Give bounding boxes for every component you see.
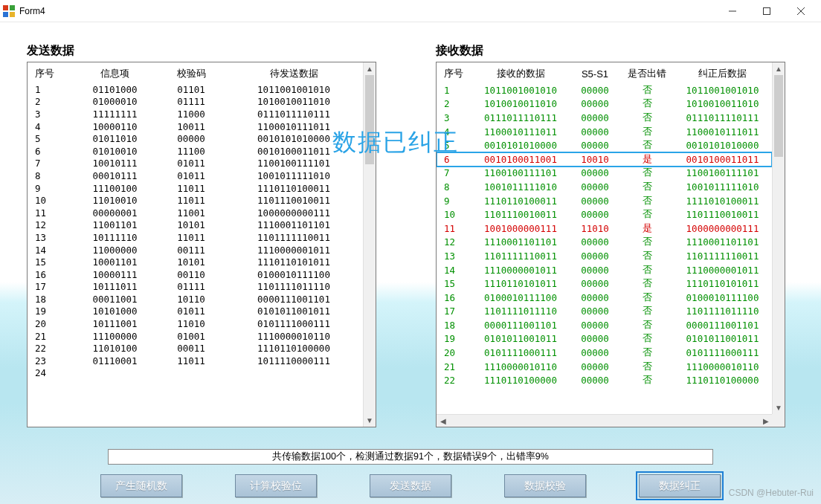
cell: 1101110010011: [225, 194, 363, 207]
table-row[interactable]: 710010111010111100100111101: [28, 158, 363, 170]
cell: 0000111001101: [673, 318, 772, 332]
cell: 00000: [569, 194, 621, 208]
cell: 1101111011110: [225, 281, 363, 294]
recv-panel-title: 接收数据: [436, 43, 785, 59]
recv-listbox[interactable]: 序号接收的数据S5-S1是否出错纠正后数据 110110010010100000…: [436, 62, 785, 427]
table-row[interactable]: 10110111001001100000否1101110010011: [437, 207, 772, 222]
scroll-right-icon[interactable]: ▶: [759, 415, 772, 427]
table-row[interactable]: 911100100110111110110100011: [28, 182, 363, 195]
table-row[interactable]: 1211001101101011110001101101: [28, 219, 363, 232]
table-row[interactable]: 2010111001110100101111000111: [28, 317, 363, 330]
table-row[interactable]: 2111100000010011110000010110: [28, 330, 363, 343]
send-vertical-scrollbar[interactable]: ▲ ▼: [363, 62, 376, 427]
scroll-up-icon[interactable]: ▲: [364, 62, 376, 75]
table-row[interactable]: 20010111100011100000否0101111000111: [437, 346, 772, 360]
cell: 0010101010000: [225, 132, 363, 145]
cell: 4: [28, 120, 72, 133]
table-row[interactable]: 22111011010000000000否1110110100000: [437, 373, 772, 387]
cell: 00000: [569, 332, 621, 346]
scroll-down-icon[interactable]: ▼: [773, 401, 785, 414]
cell: 11011: [158, 194, 225, 207]
cell: [225, 367, 363, 380]
scroll-up-icon[interactable]: ▲: [773, 62, 785, 75]
table-row[interactable]: 5001010101000000000否0010101010000: [437, 138, 772, 152]
table-row[interactable]: 2301110001110111011110000111: [28, 355, 363, 367]
send-listbox[interactable]: 序号信息项校验码待发送数据 10110100001101101100100101…: [27, 62, 376, 427]
scroll-left-icon[interactable]: ◀: [437, 415, 449, 427]
cell: 10010111: [72, 158, 158, 170]
table-row[interactable]: 800010111010111001011111010: [28, 169, 363, 182]
table-row[interactable]: 24: [28, 367, 363, 380]
table-row[interactable]: 1710111011011111101111011110: [28, 281, 363, 294]
scroll-down-icon[interactable]: ▼: [364, 414, 376, 427]
cell: 00000: [569, 318, 621, 332]
table-row[interactable]: 14111000000101100000否1110000001011: [437, 263, 772, 277]
table-row[interactable]: 15111011010101100000否1110110101011: [437, 277, 772, 291]
scrollbar-thumb[interactable]: [365, 75, 374, 164]
table-row[interactable]: 1101100100101000000否1011001001010: [437, 83, 772, 97]
table-row[interactable]: 7110010011110100000否1100100111101: [437, 167, 772, 181]
cell: 1000000000111: [673, 222, 772, 236]
table-row[interactable]: 2101001001101000000否1010010011010: [437, 97, 772, 112]
calc-check-button[interactable]: 计算校验位: [235, 474, 317, 497]
table-row[interactable]: 8100101111101000000否1001011111010: [437, 180, 772, 194]
table-row[interactable]: 1800011001101100000111001101: [28, 293, 363, 306]
recv-horizontal-scrollbar[interactable]: ◀ ▶: [437, 414, 772, 427]
cell: 4: [437, 125, 472, 139]
cell: 否: [621, 263, 673, 277]
gen-random-button[interactable]: 产生随机数: [100, 474, 182, 497]
table-row[interactable]: 12111000110110100000否1110001101101: [437, 236, 772, 250]
cell: 6: [28, 145, 72, 158]
scrollbar-thumb[interactable]: [774, 75, 783, 157]
cell: 10001101: [72, 256, 158, 268]
table-row[interactable]: 201000010011111010010011010: [28, 96, 363, 109]
cell: 1011110000111: [225, 355, 363, 367]
cell: 01110001: [72, 355, 158, 367]
table-row[interactable]: 4110001011101100000否1100010111011: [437, 125, 772, 139]
cell: 0101111000111: [673, 346, 772, 360]
cell: 11010: [158, 317, 225, 330]
content-area: 发送数据 序号信息项校验码待发送数据 101101000011011011001…: [0, 22, 821, 504]
table-row[interactable]: 16010001011110000000否0100010111100: [437, 291, 772, 305]
send-data-button[interactable]: 发送数据: [370, 474, 451, 497]
table-row[interactable]: 19010101100101100000否0101011001011: [437, 332, 772, 346]
table-row[interactable]: 17110111101111000000否1101111011110: [437, 305, 772, 319]
cell: 10111110: [72, 231, 158, 244]
minimize-button[interactable]: [715, 0, 750, 22]
maximize-button[interactable]: [750, 0, 784, 22]
cell: 否: [621, 360, 673, 374]
verify-data-button[interactable]: 数据校验: [504, 474, 586, 497]
cell: 1001000000111: [472, 222, 569, 236]
table-row[interactable]: 6001010001100110010是0010100011011: [437, 152, 772, 167]
close-button[interactable]: [784, 0, 818, 22]
table-row[interactable]: 1910101000010110101011001011: [28, 306, 363, 318]
table-row[interactable]: 501011010000000010101010000: [28, 132, 363, 145]
table-row[interactable]: 1411000000001111110000001011: [28, 244, 363, 256]
cell: 否: [621, 236, 673, 250]
table-row[interactable]: 1610000111001100100010111100: [28, 268, 363, 281]
table-row[interactable]: 1100000001110011000000000111: [28, 207, 363, 219]
table-row[interactable]: 9111011010001100000否1111010100011: [437, 194, 772, 208]
correct-data-button[interactable]: 数据纠正: [639, 474, 721, 497]
cell: 0101111000111: [225, 317, 363, 330]
cell: 19: [437, 332, 472, 346]
cell: 否: [621, 167, 673, 181]
table-row[interactable]: 18000011100110100000否0000111001101: [437, 318, 772, 332]
send-table: 序号信息项校验码待发送数据 10110100001101101100100101…: [28, 65, 363, 379]
table-row[interactable]: 1310111110110111101111110011: [28, 231, 363, 244]
table-row[interactable]: 2211010100000111110110100000: [28, 342, 363, 355]
table-row[interactable]: 1011010010110111101110010011: [28, 194, 363, 207]
table-row[interactable]: 410000110100111100010111011: [28, 120, 363, 133]
cell: 00000: [569, 277, 621, 291]
table-row[interactable]: 311111111110000111011110111: [28, 108, 363, 120]
table-row[interactable]: 101101000011011011001001010: [28, 83, 363, 96]
table-row[interactable]: 21111000001011000000否1110000010110: [437, 360, 772, 374]
table-row[interactable]: 3011101111011100000否0111011110111: [437, 111, 772, 125]
cell: 11011: [158, 182, 225, 195]
table-row[interactable]: 1510001101101011110110101011: [28, 256, 363, 268]
cell: 10111001: [72, 317, 158, 330]
table-row[interactable]: 13110111111001100000否1101111110011: [437, 249, 772, 263]
table-row[interactable]: 11100100000011111010是1000000000111: [437, 222, 772, 236]
table-row[interactable]: 601010010111000010100011011: [28, 145, 363, 158]
recv-vertical-scrollbar[interactable]: ▲ ▼: [772, 62, 785, 414]
